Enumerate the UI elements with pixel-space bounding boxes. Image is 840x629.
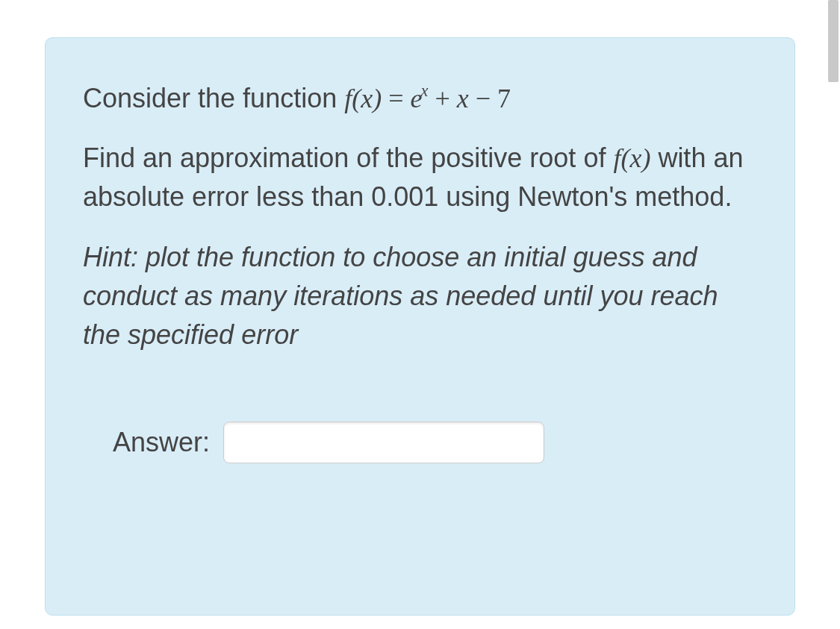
- math-x: x: [457, 84, 469, 113]
- math-eq: =: [382, 84, 410, 113]
- math-plus: +: [428, 84, 456, 113]
- scrollbar-track[interactable]: [827, 0, 840, 629]
- answer-row: Answer:: [113, 422, 757, 463]
- text-p2a: Find an approximation of the positive ro…: [83, 143, 613, 173]
- question-line-2: Find an approximation of the positive ro…: [83, 139, 757, 216]
- math-fx-2: f(x): [613, 143, 650, 173]
- text-intro: Consider the function: [83, 83, 344, 113]
- answer-input[interactable]: [223, 422, 544, 463]
- question-hint: Hint: plot the function to choose an ini…: [83, 238, 757, 355]
- scrollbar-thumb[interactable]: [828, 0, 839, 82]
- question-line-1: Consider the function f(x) = ex + x − 7: [83, 79, 757, 118]
- answer-label: Answer:: [113, 427, 210, 458]
- math-exp-x: x: [420, 81, 428, 100]
- math-minus7: − 7: [469, 84, 511, 113]
- math-fx: f(x): [344, 84, 382, 113]
- question-card: Consider the function f(x) = ex + x − 7 …: [45, 37, 795, 616]
